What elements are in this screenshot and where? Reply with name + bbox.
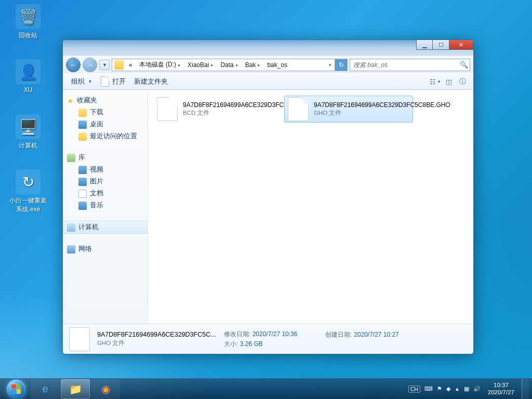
keyboard-icon[interactable]: ⌨ (424, 385, 433, 392)
volume-icon[interactable]: 🔊 (473, 385, 481, 392)
history-dropdown[interactable]: ▾ (99, 60, 110, 70)
details-filename: 9A7D8F8F21694699A6CE329D3FC5C... (97, 331, 217, 338)
library-icon (67, 154, 75, 162)
nav-videos[interactable]: 视频 (63, 164, 148, 176)
recycle-bin-icon: 🗑️ (16, 4, 41, 29)
computer-icon: 🖥️ (16, 114, 41, 139)
explorer-window: ▁ ☐ ✕ ← → ▾ « 本地磁盘 (D:)▸ XiaoBai▸ Data▸ … (62, 39, 474, 354)
breadcrumb-current[interactable]: bak_os (264, 59, 291, 71)
nav-favorites[interactable]: ★收藏夹 (63, 95, 148, 107)
breadcrumb-item[interactable]: Data▸ (217, 59, 242, 71)
nav-computer[interactable]: 计算机 (63, 221, 148, 234)
taskbar: ｅ 📁 ◉ CH ⌨ ⚑ ◆ ▲ ▦ 🔊 10:37 2020/7/27 (0, 378, 532, 399)
help-button[interactable]: ⓘ (456, 76, 469, 87)
start-button[interactable] (2, 379, 30, 400)
desktop-icon-recycle-bin[interactable]: 🗑️ 回收站 (7, 4, 49, 40)
action-center-icon[interactable]: ⚑ (437, 385, 442, 392)
details-pane: 9A7D8F8F21694699A6CE329D3FC5C... GHO 文件 … (63, 324, 473, 354)
language-indicator[interactable]: CH (408, 385, 420, 393)
nav-downloads[interactable]: 下载 (63, 107, 148, 118)
desktop-icon-label: 回收站 (7, 31, 49, 40)
details-size: 3.26 GB (240, 340, 263, 348)
nav-desktop[interactable]: 桌面 (63, 118, 148, 130)
nav-recent[interactable]: 最近访问的位置 (63, 130, 148, 142)
pictures-icon (78, 178, 87, 186)
address-bar[interactable]: « 本地磁盘 (D:)▸ XiaoBai▸ Data▸ Bak▸ bak_os … (112, 59, 348, 71)
clock-time: 10:37 (488, 382, 514, 389)
show-desktop-button[interactable] (522, 379, 529, 399)
user-folder-icon: 👤 (16, 59, 41, 84)
clock-date: 2020/7/27 (488, 389, 514, 396)
breadcrumb-item[interactable]: Bak▸ (242, 59, 264, 71)
ie-icon: ｅ (40, 382, 50, 396)
tray-overflow-button[interactable]: ▲ (455, 386, 460, 392)
search-icon: 🔍 (458, 61, 470, 69)
breadcrumb-overflow[interactable]: « (126, 59, 136, 71)
desktop-icon (78, 121, 87, 129)
app-icon: ↻ (16, 169, 41, 194)
file-icon (288, 97, 309, 121)
refresh-button[interactable]: ↻ (335, 59, 347, 71)
details-created: 2020/7/27 10:27 (354, 331, 399, 338)
tray-app-icon[interactable]: ◆ (446, 385, 450, 392)
nav-music[interactable]: 音乐 (63, 200, 148, 211)
music-icon (78, 202, 87, 210)
open-button[interactable]: 打开 (97, 74, 130, 89)
search-box[interactable]: 🔍 (350, 59, 470, 71)
desktop-icon-label: XU (7, 86, 49, 94)
file-item[interactable]: 9A7D8F8F21694699A6CE329D3FC5C8BE.BCD BCD… (153, 96, 282, 123)
details-filetype: GHO 文件 (97, 339, 217, 347)
breadcrumb-drive[interactable]: 本地磁盘 (D:)▸ (136, 59, 184, 71)
close-button[interactable]: ✕ (449, 39, 473, 50)
preview-pane-button[interactable]: ◫ (442, 76, 456, 87)
desktop-icon-label: 小白一键重装系统.exe (7, 196, 49, 214)
desktop-icon-computer[interactable]: 🖥️ 计算机 (7, 114, 49, 150)
breadcrumb-item[interactable]: XiaoBai▸ (184, 59, 217, 71)
back-button[interactable]: ← (66, 58, 81, 72)
command-bar: 组织▼ 打开 新建文件夹 ☷▼ ◫ ⓘ (63, 73, 473, 90)
nav-libraries[interactable]: 库 (63, 152, 148, 164)
file-item[interactable]: 9A7D8F8F21694699A6CE329D3FC5C8BE.GHO GHO… (284, 96, 413, 123)
address-dropdown[interactable]: ▾ (326, 59, 335, 71)
nav-network[interactable]: 网络 (63, 243, 148, 255)
file-list-pane[interactable]: 9A7D8F8F21694699A6CE329D3FC5C8BE.BCD BCD… (148, 90, 473, 324)
explorer-icon: 📁 (69, 383, 82, 395)
navigation-pane: ★收藏夹 下载 桌面 最近访问的位置 库 视频 图片 文档 音乐 计算机 网络 (63, 90, 148, 324)
taskbar-clock[interactable]: 10:37 2020/7/27 (485, 382, 517, 396)
desktop-icon-app-xiaobai[interactable]: ↻ 小白一键重装系统.exe (7, 169, 49, 214)
file-icon (157, 97, 178, 121)
file-name: 9A7D8F8F21694699A6CE329D3FC5C8BE.GHO (314, 101, 450, 109)
desktop-icon-label: 计算机 (7, 141, 49, 150)
documents-icon (78, 190, 87, 198)
forward-button[interactable]: → (83, 58, 97, 72)
navigation-row: ← → ▾ « 本地磁盘 (D:)▸ XiaoBai▸ Data▸ Bak▸ b… (63, 56, 473, 73)
taskbar-explorer[interactable]: 📁 (61, 379, 90, 399)
taskbar-media-player[interactable]: ◉ (91, 379, 120, 399)
taskbar-ie[interactable]: ｅ (31, 379, 60, 399)
organize-button[interactable]: 组织▼ (67, 75, 97, 88)
desktop-icon-user-folder[interactable]: 👤 XU (7, 59, 49, 94)
window-titlebar[interactable]: ▁ ☐ ✕ (63, 40, 473, 56)
network-icon[interactable]: ▦ (464, 385, 469, 392)
video-icon (78, 166, 87, 174)
file-icon (69, 327, 90, 351)
media-player-icon: ◉ (101, 383, 110, 395)
computer-icon (67, 223, 75, 232)
windows-logo-icon (7, 380, 25, 398)
nav-pictures[interactable]: 图片 (63, 176, 148, 188)
network-icon (67, 245, 75, 254)
system-tray: CH ⌨ ⚑ ◆ ▲ ▦ 🔊 10:37 2020/7/27 (408, 379, 530, 399)
maximize-button[interactable]: ☐ (433, 39, 449, 50)
folder-icon (78, 109, 87, 117)
details-modified: 2020/7/27 10:36 (252, 330, 298, 338)
folder-icon (114, 60, 124, 70)
minimize-button[interactable]: ▁ (416, 39, 433, 50)
search-input[interactable] (350, 61, 458, 69)
star-icon: ★ (67, 97, 74, 105)
file-icon (101, 76, 109, 87)
file-type: GHO 文件 (314, 109, 450, 117)
new-folder-button[interactable]: 新建文件夹 (130, 75, 172, 88)
view-options-button[interactable]: ☷▼ (429, 76, 442, 87)
recent-icon (78, 132, 87, 141)
nav-documents[interactable]: 文档 (63, 188, 148, 200)
